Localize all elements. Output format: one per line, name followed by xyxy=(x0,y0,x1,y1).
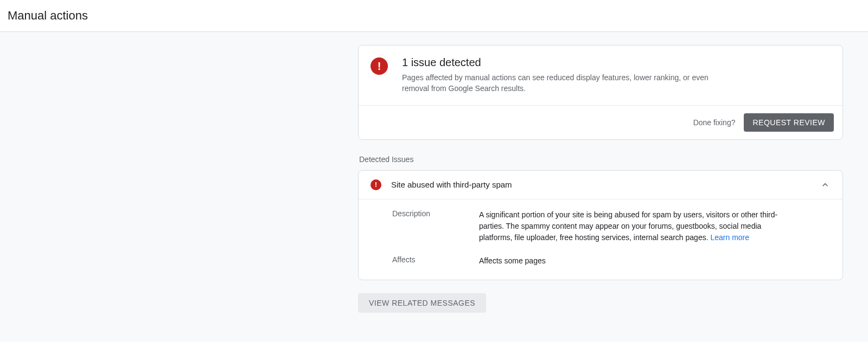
issue-title: Site abused with third-party spam xyxy=(391,180,810,189)
issue-header[interactable]: Site abused with third-party spam xyxy=(359,171,843,199)
error-icon xyxy=(371,179,381,190)
description-label: Description xyxy=(392,209,457,243)
page-title: Manual actions xyxy=(8,9,860,23)
description-value: A significant portion of your site is be… xyxy=(479,209,783,243)
view-related-messages-button[interactable]: VIEW RELATED MESSAGES xyxy=(358,293,486,313)
summary-description: Pages affected by manual actions can see… xyxy=(402,72,717,94)
summary-card: 1 issue detected Pages affected by manua… xyxy=(358,45,843,140)
action-bar: Done fixing? REQUEST REVIEW xyxy=(359,106,843,139)
description-row: Description A significant portion of you… xyxy=(359,199,843,253)
summary-top: 1 issue detected Pages affected by manua… xyxy=(359,46,843,106)
body-area: 1 issue detected Pages affected by manua… xyxy=(0,32,868,342)
affects-label: Affects xyxy=(392,255,457,267)
learn-more-link[interactable]: Learn more xyxy=(710,233,749,242)
summary-title: 1 issue detected xyxy=(402,56,717,69)
affects-row: Affects Affects some pages xyxy=(359,253,843,280)
summary-text: 1 issue detected Pages affected by manua… xyxy=(402,56,717,94)
detected-issues-label: Detected Issues xyxy=(359,155,843,164)
request-review-button[interactable]: REQUEST REVIEW xyxy=(744,113,834,132)
page-header: Manual actions xyxy=(0,0,868,32)
content-column: 1 issue detected Pages affected by manua… xyxy=(358,45,843,313)
chevron-up-icon xyxy=(820,179,831,190)
done-fixing-label: Done fixing? xyxy=(693,118,736,127)
error-icon xyxy=(371,57,388,75)
issue-card: Site abused with third-party spam Descri… xyxy=(358,170,843,280)
affects-value: Affects some pages xyxy=(479,255,783,267)
